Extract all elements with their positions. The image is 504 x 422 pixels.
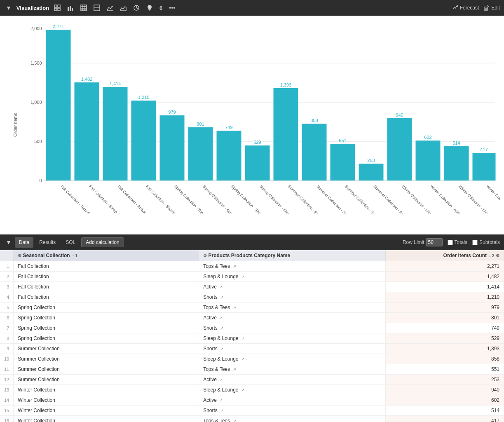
subtotals-checkbox-label[interactable]: Subtotals	[472, 239, 500, 245]
y-axis-label: Order Items	[13, 113, 18, 137]
trend-icon: ↗	[219, 285, 223, 289]
edit-btn[interactable]: Edit	[484, 5, 500, 11]
bar-16[interactable]	[473, 153, 496, 181]
cell-collection: Summer Collection	[14, 344, 199, 354]
area-chart-icon-btn[interactable]	[118, 4, 128, 12]
cell-rownum: 7	[0, 323, 14, 333]
svg-rect-19	[484, 7, 488, 10]
table-row: 3 Fall Collection Active ↗ 1,414	[0, 282, 504, 292]
col-header-sc-gear-icon: ⚙	[18, 253, 21, 258]
bar-3[interactable]	[103, 87, 128, 181]
svg-text:Winter Collection - Tops & Tee: Winter Collection - Tops & Tees	[485, 184, 500, 213]
more-icon: •••	[169, 5, 175, 11]
bar-1[interactable]	[46, 30, 71, 181]
svg-rect-1	[58, 5, 60, 7]
bar-chart-icon-btn[interactable]	[66, 4, 75, 12]
svg-text:551: 551	[339, 138, 346, 143]
cell-count: 940	[386, 385, 504, 395]
bar-11[interactable]	[331, 144, 355, 181]
cell-category: Shorts ↗	[199, 323, 386, 333]
trend-icon: ↗	[233, 264, 236, 269]
chart-area: Order Items 0 500 1,000 1,500 2,000 2,27…	[0, 16, 504, 234]
bar-5[interactable]	[160, 115, 185, 181]
data-panel-dropdown[interactable]: ▼	[4, 238, 13, 246]
cell-rownum: 16	[0, 416, 14, 422]
cell-category: Shorts ↗	[199, 344, 386, 354]
totals-checkbox[interactable]	[448, 240, 453, 245]
clock-icon-btn[interactable]	[131, 4, 141, 12]
bar-9[interactable]	[274, 88, 298, 181]
svg-text:Fall Collection - Shorts: Fall Collection - Shorts	[145, 184, 176, 213]
cell-collection: Winter Collection	[14, 406, 199, 416]
edit-icon	[484, 5, 490, 11]
cell-count: 858	[386, 354, 504, 364]
more-icon-btn[interactable]: •••	[167, 4, 177, 12]
grid-icon-btn[interactable]	[52, 4, 62, 12]
svg-rect-6	[72, 8, 73, 11]
col-header-products-category[interactable]: ⚙ Products Products Category Name	[199, 250, 386, 261]
table-body: 1 Fall Collection Tops & Tees ↗ 2,271 2 …	[0, 261, 504, 422]
trend-icon: ↗	[219, 377, 223, 382]
cell-count: 1,210	[386, 292, 504, 302]
cell-rownum: 12	[0, 375, 14, 385]
tab-sql[interactable]: SQL	[61, 237, 80, 248]
cell-rownum: 8	[0, 333, 14, 344]
col-header-order-items-count[interactable]: Order Items Count ↓ 2 ⚙	[386, 250, 504, 261]
col-header-seasonal-collection[interactable]: ⚙ Seasonal Collection ↑ 1	[14, 250, 199, 261]
cell-category: Active ↗	[199, 313, 386, 323]
chart-container: 0 500 1,000 1,500 2,000 2,271 Fall Colle…	[25, 24, 500, 230]
cell-count: 514	[386, 406, 504, 416]
svg-text:Spring Collection - Sleep & Lo: Spring Collection - Sleep & Lounge	[259, 184, 305, 213]
toolbar-title: Visualization	[16, 5, 49, 11]
cell-rownum: 15	[0, 406, 14, 416]
totals-checkbox-label[interactable]: Totals	[448, 239, 467, 245]
table-row: 14 Winter Collection Active ↗ 602	[0, 395, 504, 406]
svg-text:Summer Collection - Tops & Tee: Summer Collection - Tops & Tees	[344, 184, 388, 213]
bar-14[interactable]	[416, 141, 441, 181]
svg-text:Spring Collection - Active: Spring Collection - Active	[202, 184, 236, 213]
row-limit-input[interactable]	[426, 238, 443, 246]
data-toolbar: ▼ Data Results SQL Add calculation Row L…	[0, 234, 504, 250]
visualization-dropdown-btn[interactable]: ▼	[4, 4, 13, 12]
tab-data[interactable]: Data	[15, 237, 33, 248]
bar-15[interactable]	[444, 146, 469, 181]
cell-rownum: 14	[0, 395, 14, 406]
scatter-icon-btn[interactable]	[92, 4, 102, 12]
bar-10[interactable]	[302, 124, 327, 181]
line-chart-icon-btn[interactable]	[105, 4, 115, 12]
grid-icon	[54, 5, 61, 11]
trend-icon: ↗	[220, 347, 223, 351]
forecast-btn[interactable]: Forecast	[452, 5, 479, 11]
chevron-icon: ▼	[6, 5, 12, 11]
bar-12[interactable]	[359, 164, 384, 181]
cell-count: 551	[386, 364, 504, 375]
bar-8[interactable]	[245, 145, 270, 181]
number-icon-btn[interactable]: 6	[158, 4, 164, 12]
bar-7[interactable]	[217, 131, 241, 181]
bar-6[interactable]	[188, 127, 213, 181]
bar-4[interactable]	[131, 101, 156, 181]
cell-rownum: 2	[0, 272, 14, 282]
data-panel: ▼ Data Results SQL Add calculation Row L…	[0, 234, 504, 422]
cell-count: 253	[386, 375, 504, 385]
cell-collection: Spring Collection	[14, 302, 199, 313]
bar-2[interactable]	[75, 82, 99, 181]
svg-text:1,482: 1,482	[81, 77, 93, 82]
cell-count: 1,414	[386, 282, 504, 292]
svg-text:940: 940	[396, 113, 403, 117]
add-calculation-btn[interactable]: Add calculation	[81, 237, 124, 247]
trend-icon: ↗	[241, 388, 244, 392]
svg-text:602: 602	[424, 135, 431, 140]
bar-13[interactable]	[387, 118, 412, 181]
table-icon-btn[interactable]	[79, 4, 89, 12]
subtotals-checkbox[interactable]	[472, 240, 478, 245]
tab-results[interactable]: Results	[35, 237, 60, 248]
cell-category: Active ↗	[199, 395, 386, 406]
trend-icon: ↗	[219, 398, 223, 403]
cell-category: Tops & Tees ↗	[199, 416, 386, 422]
svg-text:417: 417	[480, 147, 488, 152]
cell-collection: Spring Collection	[14, 313, 199, 323]
forecast-icon	[452, 5, 458, 11]
clock-icon	[133, 5, 140, 11]
pin-icon-btn[interactable]	[145, 4, 155, 12]
